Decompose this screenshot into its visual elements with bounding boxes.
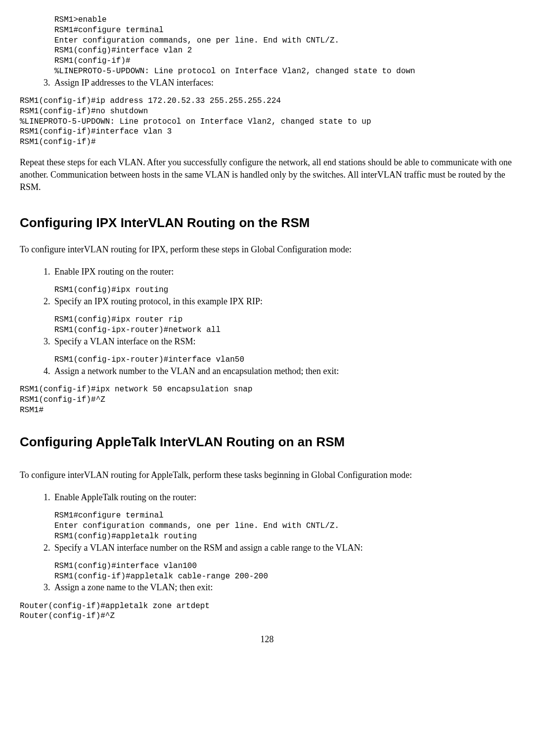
list-text: Assign a zone name to the VLAN; then exi…	[54, 582, 213, 592]
list-number: 1.	[44, 491, 54, 504]
code-block: RSM1(config-if)#ipx network 50 encapsula…	[20, 384, 514, 415]
code-block: RSM1(config-if)#ip address 172.20.52.33 …	[20, 96, 514, 147]
list-number: 2.	[44, 542, 54, 554]
list-text: Specify an IPX routing protocol, in this…	[54, 296, 263, 306]
heading-appletalk: Configuring AppleTalk InterVLAN Routing …	[20, 433, 514, 451]
page-number: 128	[20, 633, 514, 646]
list-item-ipx-step4: 4. Assign a network number to the VLAN a…	[42, 365, 514, 378]
paragraph: Repeat these steps for each VLAN. After …	[20, 156, 514, 194]
list-text: Assign a network number to the VLAN and …	[54, 366, 339, 376]
list-item-at-step3: 3. Assign a zone name to the VLAN; then …	[42, 581, 514, 594]
code-block: RSM1#configure terminal Enter configurat…	[54, 511, 514, 541]
list-item-at-step1: 1. Enable AppleTalk routing on the route…	[42, 491, 514, 504]
list-number: 3.	[44, 335, 54, 348]
code-block: RSM1(config-ipx-router)#interface vlan50	[54, 355, 514, 365]
list-item-ipx-step2: 2. Specify an IPX routing protocol, in t…	[42, 295, 514, 308]
list-text: Assign IP addresses to the VLAN interfac…	[54, 78, 214, 88]
list-text: Enable AppleTalk routing on the router:	[54, 492, 196, 502]
code-block: RSM1(config)#interface vlan100 RSM1(conf…	[54, 561, 514, 582]
paragraph: To configure interVLAN routing for IPX, …	[20, 243, 514, 256]
list-item-ip-step3: 3. Assign IP addresses to the VLAN inter…	[42, 77, 514, 89]
heading-ipx: Configuring IPX InterVLAN Routing on the…	[20, 214, 514, 232]
list-text: Specify a VLAN interface on the RSM:	[54, 336, 196, 346]
code-block: Router(config-if)#appletalk zone artdept…	[20, 601, 514, 622]
list-text: Enable IPX routing on the router:	[54, 267, 174, 277]
code-block: RSM1>enable RSM1#configure terminal Ente…	[54, 15, 514, 77]
code-block: RSM1(config)#ipx routing	[54, 285, 514, 295]
list-item-ipx-step1: 1. Enable IPX routing on the router:	[42, 266, 514, 278]
list-item-ipx-step3: 3. Specify a VLAN interface on the RSM:	[42, 335, 514, 348]
list-text: Specify a VLAN interface number on the R…	[54, 543, 363, 553]
list-number: 3.	[44, 581, 54, 594]
list-number: 4.	[44, 365, 54, 378]
list-number: 1.	[44, 266, 54, 278]
list-item-at-step2: 2. Specify a VLAN interface number on th…	[42, 542, 514, 554]
code-block: RSM1(config)#ipx router rip RSM1(config-…	[54, 315, 514, 335]
list-number: 2.	[44, 295, 54, 308]
list-number: 3.	[44, 77, 54, 89]
paragraph: To configure interVLAN routing for Apple…	[20, 469, 514, 481]
